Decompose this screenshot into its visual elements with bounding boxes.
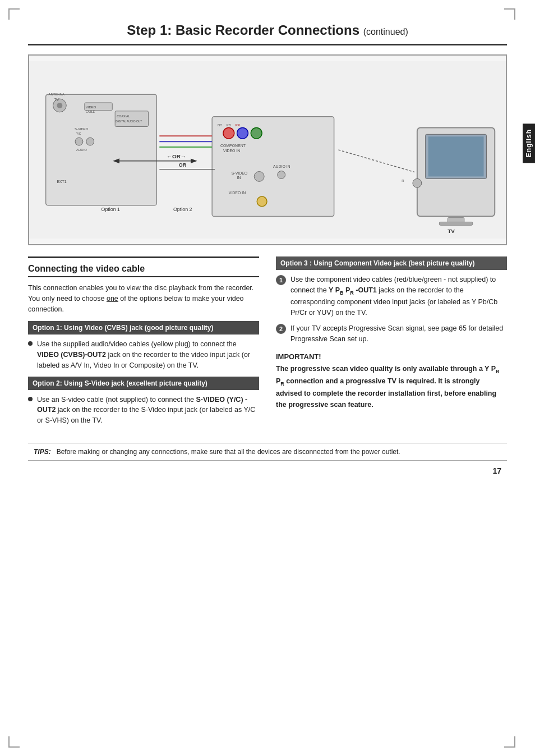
corner-mark-bl [8, 736, 20, 748]
option3-item2: 2 If your TV accepts Progressive Scan si… [276, 323, 507, 345]
bullet-dot-1 [28, 341, 33, 346]
two-col-layout: Connecting the video cable This connecti… [28, 256, 507, 432]
svg-point-28 [251, 127, 262, 139]
important-text: The progressive scan video quality is on… [276, 363, 507, 410]
svg-point-12 [86, 138, 94, 145]
svg-point-27 [237, 127, 248, 139]
option2-bullet: Use an S-video cable (not supplied) to c… [28, 395, 259, 426]
option1-text: Use the supplied audio/video cables (yel… [37, 339, 259, 370]
tips-text: Before making or changing any connection… [57, 448, 400, 456]
svg-rect-43 [428, 136, 484, 176]
option3-box: Option 3 : Using Component Video jack (b… [276, 256, 507, 270]
svg-point-3 [57, 103, 62, 108]
bullet-dot-2 [28, 397, 33, 401]
important-box: IMPORTANT! The progressive scan video qu… [276, 352, 507, 410]
right-column: Option 3 : Using Component Video jack (b… [276, 256, 507, 432]
svg-text:VIDEO IN: VIDEO IN [229, 191, 246, 195]
diagram-svg: TV ANTENNA VIDEO CABLE S-VIDEO Y/C AUDIO… [29, 56, 506, 244]
svg-point-37 [257, 196, 267, 207]
option2-box: Option 2: Using S-Video jack (excellent … [28, 377, 259, 390]
title-main: Step 1: Basic Recorder Connections [127, 22, 359, 38]
left-column: Connecting the video cable This connecti… [28, 256, 259, 432]
svg-text:Option 2: Option 2 [173, 207, 192, 212]
svg-text:OR: OR [179, 162, 187, 168]
option2-text: Use an S-video cable (not supplied) to c… [37, 395, 259, 426]
svg-text:PB: PB [227, 123, 231, 127]
diagram-area: TV ANTENNA VIDEO CABLE S-VIDEO Y/C AUDIO… [28, 54, 507, 245]
svg-text:Y/C: Y/C [76, 132, 81, 135]
svg-text:CABLE: CABLE [86, 111, 95, 113]
svg-point-26 [223, 127, 234, 139]
page-content: Step 1: Basic Recorder Connections (cont… [0, 0, 535, 498]
svg-text:AUDIO: AUDIO [76, 148, 87, 152]
svg-text:COAXIAL: COAXIAL [117, 114, 130, 118]
option1-box: Option 1: Using Video (CVBS) jack (good … [28, 321, 259, 335]
svg-text:NT: NT [218, 123, 222, 127]
svg-text:IN: IN [237, 176, 241, 180]
svg-text:R: R [402, 179, 404, 182]
num-2: 2 [276, 324, 286, 334]
svg-text:EXT1: EXT1 [57, 180, 66, 184]
svg-point-11 [75, 138, 83, 145]
page-number: 17 [28, 466, 507, 475]
page-title: Step 1: Basic Recorder Connections (cont… [28, 22, 507, 45]
svg-point-47 [413, 178, 422, 187]
tips-bar: TIPS: Before making or changing any conn… [28, 443, 507, 461]
left-section-title: Connecting the video cable [28, 264, 259, 277]
svg-text:S-VIDEO: S-VIDEO [232, 171, 248, 175]
svg-text:AUDIO IN: AUDIO IN [273, 164, 290, 168]
left-intro-text: This connection enables you to view the … [28, 283, 259, 314]
important-title: IMPORTANT! [276, 352, 507, 361]
svg-text:TV: TV [448, 228, 455, 234]
svg-text:TV: TV [54, 98, 59, 102]
option3-text2: If your TV accepts Progressive Scan sign… [290, 323, 507, 345]
title-continued: (continued) [363, 27, 408, 36]
svg-text:COMPONENT: COMPONENT [220, 144, 246, 148]
svg-text:←OR→: ←OR→ [167, 153, 186, 159]
option3-text1: Use the component video cables (red/blue… [290, 274, 507, 318]
corner-mark-br [504, 736, 515, 748]
svg-text:PR: PR [236, 123, 240, 127]
svg-point-33 [254, 172, 264, 182]
svg-text:ANTENNA: ANTENNA [49, 93, 64, 96]
svg-text:S-VIDEO: S-VIDEO [75, 127, 89, 131]
svg-text:VIDEO: VIDEO [86, 106, 96, 109]
svg-text:Option 1: Option 1 [101, 207, 120, 212]
svg-text:VIDEO IN: VIDEO IN [223, 149, 240, 153]
option3-item1: 1 Use the component video cables (red/bl… [276, 274, 507, 318]
svg-text:DIGITAL AUDIO OUT: DIGITAL AUDIO OUT [116, 120, 142, 123]
option1-bullet: Use the supplied audio/video cables (yel… [28, 339, 259, 370]
num-1: 1 [276, 275, 286, 285]
svg-rect-45 [439, 222, 472, 225]
tips-label: TIPS: [34, 448, 51, 456]
svg-rect-15 [115, 111, 148, 127]
svg-point-35 [278, 171, 285, 179]
